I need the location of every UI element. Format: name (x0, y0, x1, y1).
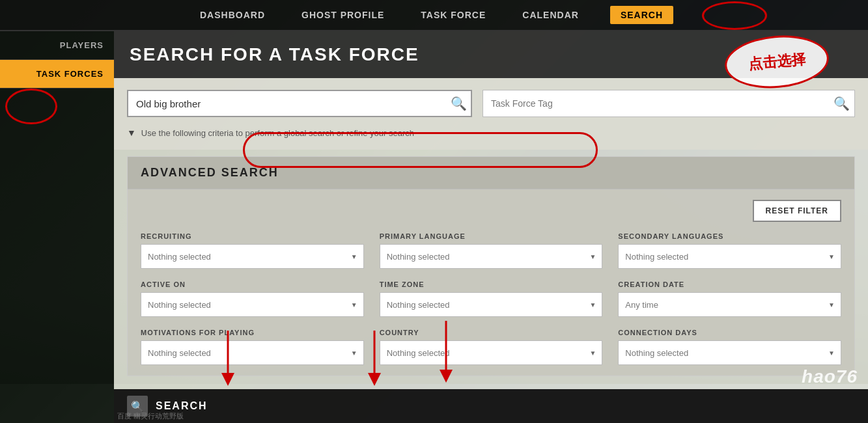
tag-search-button[interactable]: 🔍 (828, 90, 855, 117)
select-wrap-primary-language: Nothing selected (380, 244, 603, 269)
select-wrap-recruiting: Nothing selected (141, 244, 364, 269)
page-title: SEARCH FOR A TASK FORCE (130, 44, 419, 65)
tag-search-input[interactable] (483, 90, 855, 117)
main-content: SEARCH FOR A TASK FORCE 🔍 🔍 (114, 31, 868, 423)
filter-label-active-on: ACTIVE ON (141, 280, 364, 288)
nav-dashboard[interactable]: DASHBOARD (195, 7, 270, 23)
advanced-search-panel: ADVANCED SEARCH RESET FILTER RECRUITING … (127, 156, 855, 376)
reset-filter-button[interactable]: RESET FILTER (753, 200, 841, 222)
tag-search-wrap: 🔍 (483, 90, 855, 117)
main-layout: PLAYERS TASK FORCES SEARCH FOR A TASK FO… (0, 31, 868, 423)
bottom-search-bar: 🔍 SEARCH (114, 389, 868, 423)
top-navigation: DASHBOARD GHOST PROFILE TASK FORCE CALEN… (0, 0, 868, 31)
filter-actions: RESET FILTER (141, 200, 841, 222)
bottom-search-icon-glyph: 🔍 (131, 400, 144, 413)
nav-task-force[interactable]: TASK FORCE (415, 7, 491, 23)
name-search-wrap: 🔍 (127, 90, 472, 117)
nav-search[interactable]: SEARCH (610, 6, 673, 24)
filter-select-primary-language[interactable]: Nothing selected (380, 244, 603, 269)
filter-label-secondary-languages: SECONDARY LANGUAGES (618, 232, 841, 240)
filter-group-recruiting: RECRUITING Nothing selected (141, 232, 364, 269)
filter-group-country: COUNTRY Nothing selected (380, 329, 603, 365)
filter-select-secondary-languages[interactable]: Nothing selected (618, 244, 841, 269)
search-icon: 🔍 (451, 96, 467, 111)
filter-select-time-zone[interactable]: Nothing selected (380, 292, 603, 317)
filter-select-motivations[interactable]: Nothing selected (141, 340, 364, 365)
advanced-search-header: ADVANCED SEARCH (128, 157, 854, 189)
filter-select-connection-days[interactable]: Nothing selected (618, 340, 841, 365)
filter-group-time-zone: TIME ZONE Nothing selected (380, 280, 603, 317)
filter-group-active-on: ACTIVE ON Nothing selected (141, 280, 364, 317)
tag-search-icon: 🔍 (833, 96, 850, 111)
filter-group-secondary-languages: SECONDARY LANGUAGES Nothing selected (618, 232, 841, 269)
filter-group-primary-language: PRIMARY LANGUAGE Nothing selected (380, 232, 603, 269)
filter-grid: RECRUITING Nothing selected PRIMARY LANG… (141, 232, 841, 365)
filter-label-time-zone: TIME ZONE (380, 280, 603, 288)
criteria-hint-text: Use the following criteria to perform a … (141, 128, 414, 138)
name-search-input[interactable] (127, 90, 472, 117)
sidebar-item-task-forces[interactable]: TASK FORCES (0, 60, 114, 89)
select-wrap-time-zone: Nothing selected (380, 292, 603, 317)
bottom-search-label: SEARCH (156, 400, 208, 412)
filter-label-recruiting: RECRUITING (141, 232, 364, 240)
filter-label-country: COUNTRY (380, 329, 603, 336)
watermark: hao76 (802, 366, 858, 387)
filter-select-creation-date[interactable]: Any time (618, 292, 841, 317)
search-row: 🔍 🔍 (127, 90, 855, 117)
select-wrap-active-on: Nothing selected (141, 292, 364, 317)
criteria-hint: ▼ Use the following criteria to perform … (127, 125, 855, 141)
filter-group-creation-date: CREATION DATE Any time (618, 280, 841, 317)
sidebar: PLAYERS TASK FORCES (0, 31, 114, 423)
filter-select-country[interactable]: Nothing selected (380, 340, 603, 365)
nav-ghost-profile[interactable]: GHOST PROFILE (296, 7, 389, 23)
advanced-search-body: RESET FILTER RECRUITING Nothing selected (128, 189, 854, 375)
filter-group-connection-days: CONNECTION DAYS Nothing selected (618, 329, 841, 365)
nav-calendar[interactable]: CALENDAR (517, 7, 584, 23)
select-wrap-secondary-languages: Nothing selected (618, 244, 841, 269)
filter-select-recruiting[interactable]: Nothing selected (141, 244, 364, 269)
baidu-logo: 百度 幽灵行动荒野版 (117, 411, 184, 421)
name-search-button[interactable]: 🔍 (445, 90, 472, 117)
select-wrap-motivations: Nothing selected (141, 340, 364, 365)
filter-label-primary-language: PRIMARY LANGUAGE (380, 232, 603, 240)
filter-select-active-on[interactable]: Nothing selected (141, 292, 364, 317)
filter-label-motivations: MOTIVATIONS FOR PLAYING (141, 329, 364, 336)
annotation-bubble-text: 点击选择 (748, 49, 806, 74)
search-area: 🔍 🔍 ▼ Use the following criteria to perf… (114, 78, 868, 150)
sidebar-item-players[interactable]: PLAYERS (0, 31, 114, 60)
filter-label-connection-days: CONNECTION DAYS (618, 329, 841, 336)
select-wrap-creation-date: Any time (618, 292, 841, 317)
filter-label-creation-date: CREATION DATE (618, 280, 841, 288)
chevron-icon: ▼ (127, 128, 136, 138)
filter-group-motivations: MOTIVATIONS FOR PLAYING Nothing selected (141, 329, 364, 365)
select-wrap-connection-days: Nothing selected (618, 340, 841, 365)
select-wrap-country: Nothing selected (380, 340, 603, 365)
